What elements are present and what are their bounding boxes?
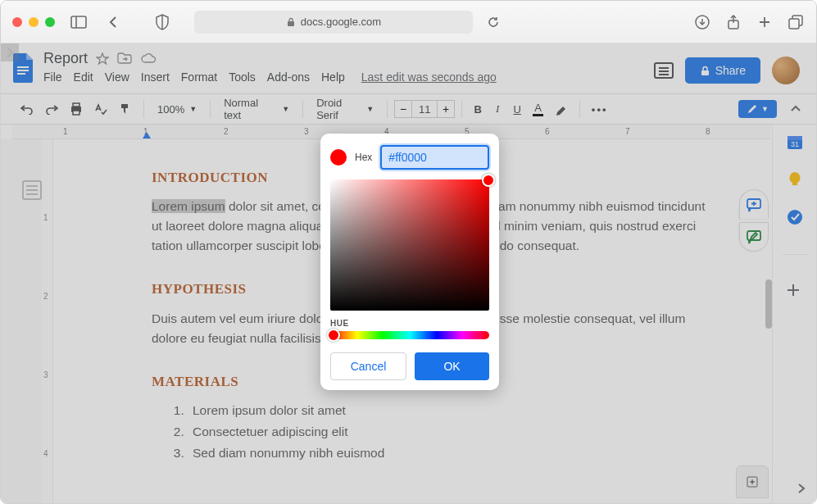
address-bar[interactable]: docs.google.com [194, 11, 473, 34]
browser-right-icons [693, 13, 805, 31]
downloads-icon[interactable] [693, 13, 711, 31]
color-picker-dialog: Hex HUE Cancel OK [320, 134, 499, 390]
reload-icon[interactable] [484, 13, 502, 31]
maximize-window[interactable] [45, 17, 55, 27]
close-window[interactable] [12, 17, 22, 27]
svg-rect-2 [288, 21, 294, 26]
svg-rect-9 [789, 19, 799, 29]
hue-label: HUE [330, 319, 489, 328]
lock-icon [286, 17, 296, 27]
svg-rect-0 [71, 16, 86, 28]
cancel-button[interactable]: Cancel [330, 352, 406, 380]
back-button[interactable] [104, 13, 122, 31]
sv-thumb[interactable] [482, 174, 495, 187]
hex-input[interactable] [380, 145, 489, 170]
saturation-value-field[interactable] [330, 179, 489, 311]
url-text: docs.google.com [301, 16, 381, 28]
hex-label: Hex [355, 152, 372, 163]
hue-slider[interactable] [330, 331, 489, 339]
color-preview-swatch [330, 149, 347, 166]
share-icon[interactable] [724, 13, 742, 31]
hue-thumb[interactable] [327, 329, 340, 342]
new-tab-icon[interactable] [756, 13, 774, 31]
minimize-window[interactable] [29, 17, 39, 27]
browser-toolbar: docs.google.com [1, 1, 816, 43]
window-controls [12, 17, 55, 27]
ok-button[interactable]: OK [415, 352, 489, 380]
privacy-shield-icon[interactable] [153, 14, 171, 30]
tabs-icon[interactable] [787, 13, 805, 31]
sidebar-toggle-icon[interactable] [70, 13, 88, 31]
